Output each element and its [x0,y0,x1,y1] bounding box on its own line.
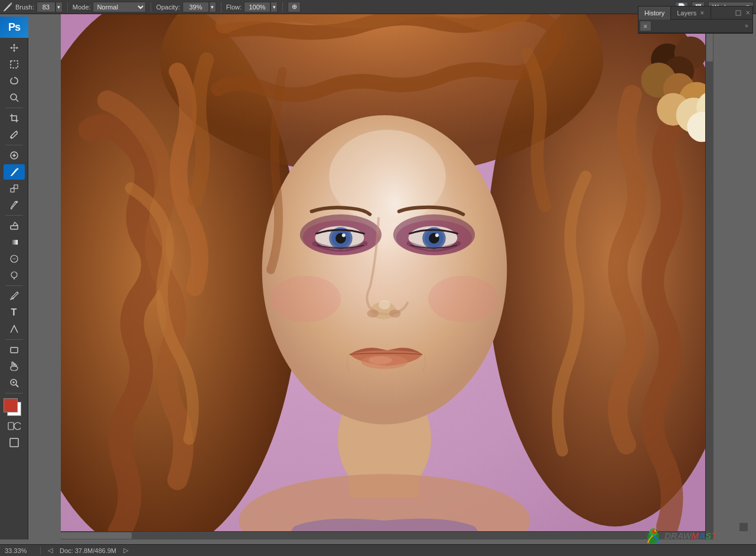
layers-close-icon[interactable]: ✕ [700,10,705,16]
zoom-icon [9,378,19,388]
tool-sep-6 [5,393,23,394]
canvas-area [28,14,756,539]
brush-icon-btn[interactable] [2,2,13,12]
move-icon [9,43,19,53]
lasso-tool[interactable] [4,73,25,89]
gradient-icon [9,238,19,247]
tool-sep-3 [5,215,23,216]
eraser-tool[interactable] [4,218,25,233]
separator-3 [221,2,221,12]
history-tab-label: History [644,9,664,17]
hand-tool[interactable] [4,359,25,374]
svg-line-2 [16,99,18,102]
smudge-tool[interactable] [4,251,25,266]
airbrush-toggle[interactable]: ⊕ [288,2,301,12]
path-select-tool[interactable] [4,321,25,337]
separator-2 [151,2,151,12]
smudge-icon [9,254,19,264]
ps-logo-text: Ps [8,21,20,34]
lasso-icon [9,76,19,86]
panel-menu-btn[interactable]: ≡ [640,21,651,31]
svg-point-54 [389,310,401,318]
brush-tool[interactable] [4,164,25,180]
opacity-section: Opacity: ▾ [156,2,216,12]
status-bar: 33.33% ◁ Doc: 37.8M/486.9M ▷ [0,544,756,556]
scroll-corner [739,523,748,531]
opacity-input[interactable] [183,2,209,12]
svg-rect-9 [11,226,18,229]
quick-select-icon [9,93,19,102]
portrait-container[interactable] [61,14,705,531]
clone-stamp-icon [9,184,19,193]
brush-size-input[interactable] [37,2,56,12]
svg-rect-7 [11,188,14,192]
shape-icon [9,345,19,355]
opacity-label: Opacity: [156,4,180,11]
dodge-tool[interactable] [4,268,25,283]
screen-mode-btn[interactable] [4,435,25,450]
svg-rect-10 [11,240,18,245]
shape-tool[interactable] [4,342,25,357]
eyedropper-tool[interactable] [4,127,25,142]
svg-point-14 [12,298,14,300]
svg-point-57 [369,356,392,365]
flow-input[interactable] [244,2,271,12]
brush-tool-icon [9,167,19,177]
tool-sep-2 [5,145,23,145]
history-tab[interactable]: History [638,6,671,19]
svg-rect-20 [8,422,14,430]
horizontal-scrollbar[interactable] [61,531,705,539]
svg-rect-22 [10,438,18,447]
path-select-icon [9,324,19,334]
panel-close-btn[interactable] [734,6,743,19]
portrait-canvas[interactable] [61,14,713,539]
svg-line-17 [16,385,18,387]
svg-point-51 [435,233,439,237]
status-next-btn[interactable]: ▷ [122,547,129,554]
type-icon: T [11,307,17,318]
layers-tab[interactable]: Layers ✕ [671,6,711,19]
marquee-tool[interactable] [4,57,25,72]
eraser-icon [9,221,19,230]
svg-rect-0 [11,61,18,68]
status-nav-btn[interactable]: ◁ [47,547,54,554]
spot-heal-tool[interactable] [4,148,25,163]
mode-select[interactable]: Normal Dissolve Multiply Screen Overlay [93,2,146,12]
type-tool[interactable]: T [4,305,25,320]
move-tool[interactable] [4,40,25,56]
svg-rect-15 [11,347,18,353]
foreground-color-swatch[interactable] [4,398,18,412]
svg-rect-8 [14,185,18,188]
pen-tool-icon [9,291,19,301]
mode-label: Mode: [73,4,91,11]
svg-rect-68 [736,11,741,15]
panel-collapse-btn[interactable]: » [742,21,751,30]
crop-tool[interactable] [4,110,25,126]
svg-point-12 [11,272,17,278]
history-brush-tool[interactable] [4,197,25,213]
clone-stamp-tool[interactable] [4,181,25,196]
brush-size-arrow[interactable]: ▾ [56,2,63,12]
zoom-tool[interactable] [4,375,25,391]
separator-1 [67,2,68,12]
svg-point-36 [428,275,498,322]
svg-point-35 [271,275,340,322]
quick-select-tool[interactable] [4,90,25,105]
opacity-arrow[interactable]: ▾ [209,2,216,12]
svg-point-21 [14,422,21,430]
quick-mask-btn[interactable] [4,418,25,434]
vertical-scrollbar[interactable] [705,14,713,539]
dodge-icon [9,271,19,280]
quick-mask-icon [8,421,21,431]
gradient-tool[interactable] [4,235,25,250]
horizontal-scrollbar-thumb[interactable] [61,532,132,539]
hand-icon [9,362,19,371]
layers-tab-label: Layers [677,9,696,17]
panel-controls: ≡ » [638,19,752,33]
pen-tool[interactable] [4,288,25,304]
color-swatches[interactable] [4,398,25,416]
panel-close-x-btn[interactable]: ✕ [743,6,752,19]
opacity-input-group: ▾ [183,2,216,12]
flow-arrow[interactable]: ▾ [271,2,278,12]
svg-point-3 [10,137,12,139]
